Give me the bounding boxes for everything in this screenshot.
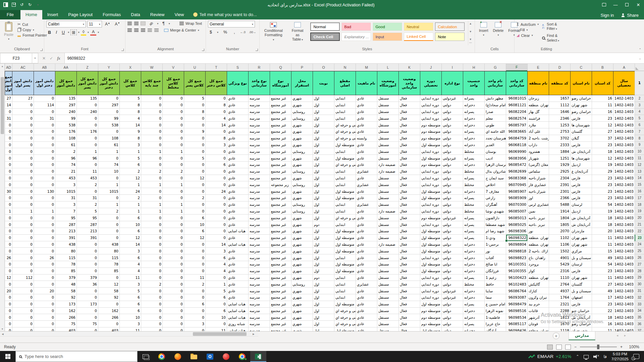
cell-B27[interactable]: 54: [592, 261, 613, 268]
row-number-25[interactable]: 25: [635, 248, 644, 254]
cell-K6[interactable]: فعال: [398, 122, 420, 128]
cell-S25[interactable]: عادي: [227, 248, 248, 254]
cell-W8[interactable]: 0: [141, 135, 162, 142]
cell-D9[interactable]: 2333: [549, 142, 570, 148]
cell-G7[interactable]: آيت الله خامنه اي: [484, 128, 506, 135]
cell-AA16[interactable]: 1015: [55, 188, 76, 195]
cell-I33[interactable]: دولتي: [441, 301, 463, 308]
cell-Z34[interactable]: 0: [76, 308, 98, 314]
cell-P3[interactable]: شهري: [291, 102, 313, 109]
cell-T27[interactable]: 4: [205, 261, 227, 268]
cell-Y14[interactable]: 0: [98, 175, 119, 182]
cell-Q36[interactable]: غير مجتمع: [270, 321, 291, 327]
cell-AD21[interactable]: 0: [5, 221, 12, 228]
column-letter-U[interactable]: U: [184, 64, 205, 71]
cell-C33[interactable]: فارس: [570, 301, 592, 308]
cell-AA6[interactable]: 538: [55, 122, 76, 128]
cell-O34[interactable]: اول: [313, 308, 334, 314]
cell-L24[interactable]: ضميمه دارد: [377, 241, 398, 248]
cell-S11[interactable]: عادي: [227, 155, 248, 162]
cell-H22[interactable]: پسرانه: [463, 228, 484, 235]
cell-H5[interactable]: دخترانه: [463, 115, 484, 122]
minimize-button[interactable]: —: [610, 0, 621, 9]
cell-C17[interactable]: فارس: [570, 195, 592, 201]
cell-G27[interactable]: ابا صالح: [484, 261, 506, 268]
cell-AB4[interactable]: 0: [34, 109, 55, 115]
cell-T20[interactable]: 0: [205, 215, 227, 221]
page-layout-view-icon[interactable]: [556, 345, 562, 350]
cell-V22[interactable]: 0: [162, 228, 184, 235]
autosum-button[interactable]: ΣAutoSum▾: [517, 22, 539, 26]
cell-B24[interactable]: 11: [592, 241, 613, 248]
cell-AD5[interactable]: 31: [5, 115, 12, 122]
cell-J32[interactable]: دوره ابتدايي: [420, 294, 441, 301]
cell-V16[interactable]: 0: [162, 188, 184, 195]
cell-C3[interactable]: شهر تهران: [570, 102, 592, 109]
cell-J24[interactable]: دوره متوسطه اول: [420, 241, 441, 248]
cell-B7[interactable]: 27: [592, 128, 613, 135]
cell-AC2[interactable]: 27: [12, 95, 34, 102]
cell-T35[interactable]: 10: [205, 314, 227, 321]
cell-P8[interactable]: شهري: [291, 135, 313, 142]
cell-O23[interactable]: اول: [313, 235, 334, 241]
cell-AA27[interactable]: 78: [55, 261, 76, 268]
cell-M18[interactable]: عشايري: [356, 201, 377, 208]
cell-Q21[interactable]: غير مجتمع: [270, 221, 291, 228]
cell-AA24[interactable]: 438: [55, 241, 76, 248]
column-header-AC[interactable]: دانش آموز پسر اول: [12, 71, 34, 95]
cell-O20[interactable]: اول: [313, 215, 334, 221]
orientation-icon[interactable]: ab: [147, 19, 155, 27]
cell-A2[interactable]: 1402-1403: [613, 95, 635, 102]
column-letter-E[interactable]: E: [527, 64, 549, 71]
cell-Y11[interactable]: 0: [98, 155, 119, 162]
page-break-view-icon[interactable]: [565, 345, 571, 350]
cell-P16[interactable]: شهري: [291, 188, 313, 195]
cell-M2[interactable]: عادي: [356, 95, 377, 102]
cell-Y15[interactable]: 1: [98, 181, 119, 188]
cell-T7[interactable]: 0: [205, 128, 227, 135]
cell-Z29[interactable]: 379: [76, 275, 98, 281]
cell-AC34[interactable]: 0: [12, 308, 34, 314]
cell-AA9[interactable]: 61: [55, 142, 76, 148]
cell-G18[interactable]: آهنگران: [484, 201, 506, 208]
tell-me-box[interactable]: Tell me what you want to do...: [189, 10, 261, 19]
cell-U37[interactable]: 0: [184, 327, 205, 331]
cell-H34[interactable]: دخترانه: [463, 308, 484, 314]
cell-P23[interactable]: شهري: [291, 235, 313, 241]
cell-X3[interactable]: 8: [119, 102, 141, 109]
cell-E13[interactable]: سلماس: [527, 168, 549, 175]
cell-AA30[interactable]: 48: [55, 281, 76, 288]
cell-K29[interactable]: فعال: [398, 275, 420, 281]
cell-Z10[interactable]: 1: [76, 148, 98, 155]
cell-A24[interactable]: 1402-1403: [613, 241, 635, 248]
cell-Y35[interactable]: 266: [98, 314, 119, 321]
cell-W13[interactable]: 2: [141, 168, 162, 175]
cell-C19[interactable]: اردبيل: [570, 208, 592, 215]
cell-P34[interactable]: شهري: [291, 308, 313, 314]
cell-I25[interactable]: دولتي: [441, 248, 463, 254]
cell-M32[interactable]: عادي: [356, 294, 377, 301]
column-letter-C[interactable]: C: [570, 64, 592, 71]
cell-O12[interactable]: اول: [313, 162, 334, 168]
cell-Z16[interactable]: 0: [76, 188, 98, 195]
cell-G2[interactable]: مظهر دانش: [484, 95, 506, 102]
stock-widget[interactable]: EMAAR +2.61%: [528, 354, 571, 359]
cell-W31[interactable]: 0: [141, 288, 162, 294]
cell-AA29[interactable]: 379: [55, 275, 76, 281]
cell-Z6[interactable]: 0: [76, 122, 98, 128]
cell-Y23[interactable]: 0: [98, 235, 119, 241]
row-number-27[interactable]: 27: [635, 261, 644, 268]
cell-J35[interactable]: متوسطه دوم: [420, 314, 441, 321]
cell-W2[interactable]: 0: [141, 95, 162, 102]
cell-AA28[interactable]: 85: [55, 268, 76, 275]
format-as-table-button[interactable]: Format asTable ▾: [287, 21, 308, 45]
cell-S22[interactable]: هيات امنايي: [227, 228, 248, 235]
cell-G10[interactable]: بوستان: [484, 148, 506, 155]
cell-P13[interactable]: روستايي: [291, 168, 313, 175]
cell-T9[interactable]: 3: [205, 142, 227, 148]
cell-K36[interactable]: فعال: [398, 321, 420, 327]
cell-Z12[interactable]: 0: [76, 162, 98, 168]
cell-T25[interactable]: 3: [205, 248, 227, 254]
cell-style-normal[interactable]: Normal: [310, 22, 340, 32]
cell-V3[interactable]: 0: [162, 102, 184, 109]
